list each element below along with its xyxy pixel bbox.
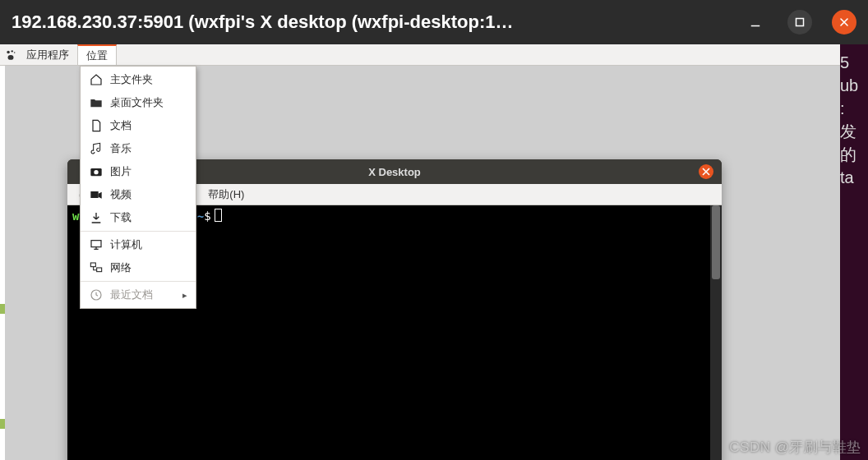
menu-item-label: 音乐 <box>110 141 132 156</box>
svg-rect-11 <box>90 263 95 267</box>
xdesktop-title: X Desktop <box>368 166 421 178</box>
places-videos[interactable]: 视频 <box>81 183 196 206</box>
places-downloads[interactable]: 下载 <box>81 206 196 229</box>
window-titlebar: 192.168.230.37:5901 (wxfpi's X desktop (… <box>0 0 868 44</box>
svg-rect-10 <box>91 241 101 247</box>
terminal-cursor <box>215 209 222 222</box>
svg-point-1 <box>7 50 10 53</box>
document-icon <box>89 118 104 133</box>
rs-line: 的 <box>840 143 868 166</box>
recent-icon <box>89 288 104 302</box>
watermark: CSDN @牙刷与鞋垫 <box>729 438 861 457</box>
terminal-scrollbar[interactable] <box>710 205 722 460</box>
menu-item-label: 桌面文件夹 <box>110 95 164 110</box>
menu-item-label: 主文件夹 <box>110 72 153 87</box>
rs-line: 发 <box>840 120 868 143</box>
places-network[interactable]: 网络 <box>81 256 196 279</box>
menu-item-label: 图片 <box>110 164 132 179</box>
minimize-icon <box>748 15 763 30</box>
svg-rect-12 <box>97 268 102 272</box>
places-desktop-folder[interactable]: 桌面文件夹 <box>81 91 196 114</box>
menu-item-label: 计算机 <box>110 237 142 252</box>
network-icon <box>89 260 104 275</box>
rs-line: 5 <box>840 51 868 74</box>
rs-line: : <box>840 97 868 120</box>
window-minimize-button[interactable] <box>743 10 768 34</box>
svg-rect-9 <box>90 191 98 198</box>
video-icon <box>89 187 104 202</box>
menu-separator <box>81 281 196 282</box>
places-music[interactable]: 音乐 <box>81 137 196 160</box>
svg-point-8 <box>94 170 98 174</box>
chevron-right-icon: ▸ <box>182 290 187 301</box>
prompt-path: ~ <box>197 209 204 223</box>
close-icon <box>702 168 710 176</box>
places-recent: 最近文档 ▸ <box>81 283 196 306</box>
menubar-item-help[interactable]: 帮助(H) <box>208 187 244 202</box>
gnome-foot-icon <box>3 44 18 65</box>
places-computer[interactable]: 计算机 <box>81 233 196 256</box>
svg-rect-0 <box>796 19 804 26</box>
xdesktop-close-button[interactable] <box>699 164 713 179</box>
window-title: 192.168.230.37:5901 (wxfpi's X desktop (… <box>12 12 723 33</box>
svg-point-4 <box>8 55 14 60</box>
panel-places[interactable]: 位置 <box>77 44 117 65</box>
gnome-panel: 应用程序 位置 <box>0 44 868 66</box>
camera-icon <box>89 164 104 179</box>
menu-item-label: 下载 <box>110 210 132 225</box>
rs-line: ub <box>840 74 868 97</box>
menu-item-label: 视频 <box>110 187 132 202</box>
window-close-button[interactable] <box>832 10 856 34</box>
prompt-symbol: $ <box>204 209 210 223</box>
places-pictures[interactable]: 图片 <box>81 160 196 183</box>
host-terminal-strip: 5 ub : 发 的 ta <box>840 44 868 460</box>
svg-point-2 <box>12 50 13 52</box>
music-icon <box>89 141 104 156</box>
download-icon <box>89 210 104 225</box>
svg-point-3 <box>14 52 16 53</box>
panel-applications[interactable]: 应用程序 <box>18 44 77 65</box>
prompt-user: w <box>72 209 79 223</box>
desktop-folder-icon <box>89 95 104 110</box>
rs-line: ta <box>840 166 868 189</box>
menu-separator <box>81 231 196 232</box>
home-icon <box>89 72 104 87</box>
places-home[interactable]: 主文件夹 <box>81 68 196 91</box>
places-menu: 主文件夹 桌面文件夹 文档 音乐 图片 视频 下载 计算机 网络 最近文档 ▸ <box>80 66 196 309</box>
close-icon <box>838 16 851 29</box>
computer-icon <box>89 237 104 252</box>
window-maximize-button[interactable] <box>787 10 812 34</box>
menu-item-label: 网络 <box>110 260 132 275</box>
menu-item-label: 最近文档 <box>110 288 153 302</box>
menu-item-label: 文档 <box>110 118 132 133</box>
places-documents[interactable]: 文档 <box>81 114 196 137</box>
maximize-icon <box>792 15 807 30</box>
panel-spacer <box>117 44 843 65</box>
